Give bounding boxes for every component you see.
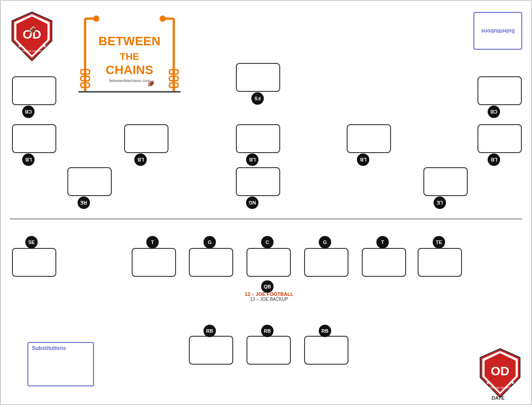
pos-label-def-lb2: LB bbox=[134, 153, 147, 166]
pos-label-def-cb-left: CB bbox=[22, 106, 35, 118]
pos-box-def-le[interactable] bbox=[423, 167, 468, 196]
svg-text:OD: OD bbox=[491, 364, 509, 378]
pos-label-def-lb1: LB bbox=[22, 153, 35, 166]
pos-label-def-lb3: LB bbox=[246, 153, 258, 166]
pos-box-def-cb-left[interactable] bbox=[12, 76, 56, 105]
pos-label-off-t-right: T bbox=[376, 236, 389, 248]
pos-box-off-se[interactable] bbox=[12, 248, 56, 277]
svg-text:betweenthechains.com: betweenthechains.com bbox=[109, 79, 150, 83]
pos-box-def-re[interactable] bbox=[67, 167, 112, 196]
svg-text:CHAINS: CHAINS bbox=[106, 63, 153, 77]
pos-label-off-rb-right: RB bbox=[319, 325, 331, 337]
pos-box-off-t-left[interactable] bbox=[132, 248, 176, 277]
pos-box-off-rb-left[interactable] bbox=[189, 336, 233, 365]
pos-label-def-re: RE bbox=[78, 197, 90, 209]
svg-text:OFFENSE·DEFENSE: OFFENSE·DEFENSE bbox=[487, 386, 513, 389]
field-divider bbox=[10, 218, 522, 220]
pos-label-def-ng: NG bbox=[246, 197, 258, 209]
svg-text:🏈: 🏈 bbox=[28, 26, 36, 34]
svg-text:OFFENSE·DEFENSE: OFFENSE·DEFENSE bbox=[19, 50, 45, 52]
subs-top-label: Substitutions bbox=[481, 28, 515, 34]
pos-label-def-fs: FS bbox=[251, 92, 264, 105]
pos-box-off-t-right[interactable] bbox=[362, 248, 406, 277]
pos-box-off-c[interactable] bbox=[246, 248, 291, 277]
pos-label-def-lb5: LB bbox=[488, 153, 500, 166]
pos-label-off-t-left: T bbox=[146, 236, 159, 248]
pos-box-def-fs[interactable] bbox=[236, 63, 280, 92]
subs-box-bottom: Substitutions bbox=[27, 342, 94, 386]
svg-text:★: ★ bbox=[511, 380, 515, 385]
qb-info: 12 – JOE FOOTBALL 13 – JOE BACKUP bbox=[236, 291, 302, 302]
logo-od-bottom: OD ★ ★ OFFENSE·DEFENSE bbox=[478, 346, 522, 395]
pos-label-def-cb-right: CB bbox=[488, 106, 500, 118]
pos-label-off-rb-center: RB bbox=[261, 325, 274, 337]
btc-logo: BETWEEN THE CHAINS betweenthechains.com … bbox=[72, 12, 187, 101]
pos-label-off-g-right: G bbox=[319, 236, 331, 248]
pos-box-off-te[interactable] bbox=[418, 248, 462, 277]
logo-od-top: OD ★ ★ OFFENSE·DEFENSE 🏈 bbox=[10, 10, 54, 63]
page: OD ★ ★ OFFENSE·DEFENSE 🏈 bbox=[0, 0, 532, 405]
svg-text:★: ★ bbox=[18, 43, 22, 48]
pos-box-def-lb1[interactable] bbox=[12, 124, 56, 153]
subs-box-top: Substitutions bbox=[473, 12, 522, 50]
svg-point-13 bbox=[160, 16, 166, 22]
pos-box-def-ng[interactable] bbox=[236, 167, 280, 196]
pos-box-def-lb5[interactable] bbox=[477, 124, 522, 153]
pos-label-off-rb-left: RB bbox=[203, 325, 216, 337]
pos-box-def-lb4[interactable] bbox=[347, 124, 391, 153]
svg-text:🏈: 🏈 bbox=[148, 80, 154, 87]
pos-label-off-c: C bbox=[261, 236, 274, 248]
qb-backup-text: 13 – JOE BACKUP bbox=[236, 297, 302, 302]
pos-label-off-g-left: G bbox=[203, 236, 216, 248]
svg-text:★: ★ bbox=[486, 380, 490, 385]
pos-label-def-le: LE bbox=[434, 197, 446, 209]
pos-box-def-cb-right[interactable] bbox=[477, 76, 522, 105]
pos-box-def-lb2[interactable] bbox=[124, 124, 168, 153]
pos-label-off-qb: QB bbox=[261, 280, 274, 293]
svg-text:THE: THE bbox=[120, 51, 139, 62]
pos-label-off-se: SE bbox=[25, 236, 38, 248]
pos-box-off-g-left[interactable] bbox=[189, 248, 233, 277]
date-label: DATE bbox=[492, 395, 505, 401]
pos-label-def-lb4: LB bbox=[357, 153, 369, 166]
svg-text:★: ★ bbox=[43, 43, 47, 48]
svg-text:BETWEEN: BETWEEN bbox=[98, 34, 160, 48]
subs-bottom-label: Substitutions bbox=[28, 343, 93, 354]
pos-box-off-rb-center[interactable] bbox=[246, 336, 291, 365]
pos-box-off-rb-right[interactable] bbox=[304, 336, 348, 365]
pos-box-def-lb3[interactable] bbox=[236, 124, 280, 153]
pos-label-off-te: TE bbox=[433, 236, 445, 248]
pos-box-off-g-right[interactable] bbox=[304, 248, 348, 277]
svg-point-10 bbox=[93, 16, 99, 22]
